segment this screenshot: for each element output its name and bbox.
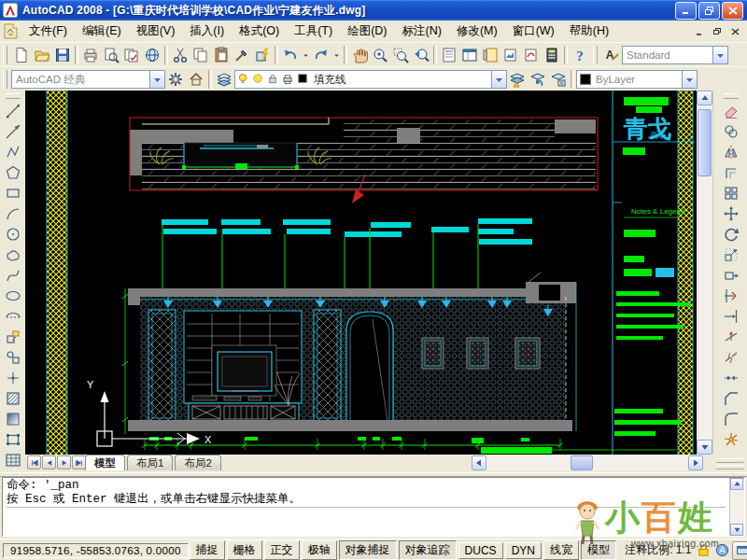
status-toggle-snap[interactable]: 捕捉 — [190, 540, 225, 560]
scroll-right-button[interactable] — [688, 455, 703, 470]
menu-format[interactable]: 格式(O) — [232, 21, 287, 40]
styles-toolbar-grip[interactable] — [593, 46, 598, 64]
layer-previous-icon[interactable] — [528, 69, 548, 90]
break-at-point-icon[interactable] — [721, 327, 741, 347]
ellipse-arc-icon[interactable] — [3, 306, 23, 327]
command-scrollbar[interactable] — [729, 478, 744, 536]
explode-icon[interactable] — [721, 429, 741, 450]
tab-model[interactable]: 模型 — [85, 455, 125, 470]
break-icon[interactable] — [721, 347, 741, 368]
tab-layout1[interactable]: 布局1 — [127, 455, 173, 470]
tray-lock-icon[interactable] — [695, 542, 712, 559]
paste-icon[interactable] — [211, 45, 232, 65]
tab-nav-first-button[interactable] — [27, 455, 41, 469]
ellipse-icon[interactable] — [3, 286, 23, 306]
arc-icon[interactable] — [3, 203, 23, 224]
chamfer-icon[interactable] — [721, 388, 741, 409]
lock-icon[interactable] — [267, 73, 280, 86]
status-toggle-model[interactable]: 模型 — [581, 540, 616, 560]
spline-icon[interactable] — [3, 265, 23, 286]
status-toggle-lwt[interactable]: 线宽 — [543, 540, 579, 560]
menu-file[interactable]: 文件(F) — [21, 21, 75, 40]
modify-toolbar-grip[interactable] — [724, 93, 739, 99]
command-history[interactable]: 命令: '_pan 按 Esc 或 Enter 键退出，或单击右键显示快捷菜单。 — [3, 478, 729, 536]
join-icon[interactable] — [721, 368, 741, 388]
tool-palettes-icon[interactable] — [480, 45, 500, 65]
bulb-icon[interactable] — [237, 73, 250, 86]
close-button[interactable] — [722, 2, 743, 20]
coordinate-display[interactable]: 91958.5716, -55853.0763, 0.0000 — [3, 543, 189, 558]
tray-settings-button[interactable] — [732, 541, 747, 560]
trim-icon[interactable] — [721, 286, 741, 306]
menu-help[interactable]: 帮助(H) — [562, 21, 616, 40]
status-toggle-grid[interactable]: 栅格 — [227, 540, 262, 560]
menu-insert[interactable]: 插入(I) — [182, 21, 232, 40]
extend-icon[interactable] — [721, 306, 741, 327]
new-file-icon[interactable] — [11, 45, 32, 65]
redo-dropdown-icon[interactable] — [331, 45, 342, 65]
command-input-line[interactable] — [7, 507, 726, 522]
region-icon[interactable] — [3, 429, 23, 450]
freeze-icon[interactable] — [252, 73, 265, 86]
workspace-combobox[interactable]: AutoCAD 经典 — [11, 70, 165, 89]
workspace-settings-icon[interactable] — [165, 69, 186, 90]
color-combobox[interactable]: ByLayer — [576, 70, 698, 89]
revision-cloud-icon[interactable] — [3, 245, 23, 265]
fillet-icon[interactable] — [721, 409, 741, 429]
help-icon[interactable]: ? — [570, 45, 590, 65]
draw-toolbar-grip[interactable] — [6, 93, 21, 99]
horizontal-scrollbar[interactable] — [472, 455, 703, 470]
toolbar-grip[interactable] — [3, 46, 7, 64]
stretch-icon[interactable] — [721, 265, 741, 286]
drawing-canvas[interactable]: 青戈 商场 Notes & Legend Y X — [25, 91, 697, 455]
text-style-icon[interactable]: A — [601, 45, 622, 65]
status-toggle-dyn[interactable]: DYN — [505, 542, 542, 559]
scale-icon[interactable] — [721, 245, 741, 265]
color-swatch-icon[interactable] — [297, 73, 310, 86]
hatch-icon[interactable] — [3, 388, 23, 409]
sheetset-manager-icon[interactable] — [500, 45, 521, 65]
text-style-combobox[interactable]: Standard — [622, 46, 728, 64]
zoom-window-icon[interactable] — [390, 45, 411, 65]
plot-icon[interactable] — [80, 45, 101, 65]
table-icon[interactable] — [3, 450, 23, 470]
horizontal-scroll-thumb[interactable] — [571, 455, 593, 470]
properties-icon[interactable] — [439, 45, 459, 65]
layer-properties-icon[interactable] — [214, 69, 234, 90]
designcenter-icon[interactable] — [459, 45, 480, 65]
redo-icon[interactable] — [311, 45, 331, 65]
array-icon[interactable] — [721, 183, 741, 203]
status-toggle-ducs[interactable]: DUCS — [458, 542, 503, 559]
zoom-previous-icon[interactable] — [411, 45, 431, 65]
status-toggle-polar[interactable]: 极轴 — [302, 540, 337, 560]
mdi-restore-button[interactable] — [710, 25, 725, 38]
insert-block-icon[interactable] — [3, 327, 23, 347]
horizontal-scroll-track[interactable] — [486, 455, 688, 470]
tab-nav-next-button[interactable] — [57, 455, 71, 469]
layer-states-icon[interactable] — [548, 69, 569, 90]
publish-icon[interactable] — [121, 45, 142, 65]
menu-draw[interactable]: 绘图(D) — [340, 21, 394, 40]
tab-layout2[interactable]: 布局2 — [175, 455, 220, 470]
plot-preview-icon[interactable] — [101, 45, 121, 65]
minimize-button[interactable] — [675, 2, 697, 20]
rotate-icon[interactable] — [721, 224, 741, 245]
menu-modify[interactable]: 修改(M) — [449, 21, 505, 40]
tab-nav-last-button[interactable] — [72, 455, 86, 469]
plot-state-icon[interactable] — [282, 73, 295, 86]
rectangle-icon[interactable] — [3, 183, 23, 203]
erase-icon[interactable] — [721, 101, 741, 121]
menu-edit[interactable]: 编辑(E) — [75, 21, 129, 40]
circle-icon[interactable] — [3, 224, 23, 245]
annotation-scale-label[interactable]: 注释比例: 1:1 — [625, 542, 691, 558]
match-properties-icon[interactable] — [232, 45, 252, 65]
zoom-realtime-icon[interactable] — [370, 45, 390, 65]
polygon-icon[interactable] — [3, 162, 23, 183]
undo-icon[interactable] — [280, 45, 301, 65]
copy-icon[interactable] — [190, 45, 211, 65]
command-scroll-up-button[interactable] — [730, 478, 743, 490]
scroll-down-button[interactable] — [697, 440, 712, 455]
copy-object-icon[interactable] — [721, 121, 741, 142]
undo-dropdown-icon[interactable] — [301, 45, 311, 65]
line-icon[interactable] — [3, 101, 23, 121]
